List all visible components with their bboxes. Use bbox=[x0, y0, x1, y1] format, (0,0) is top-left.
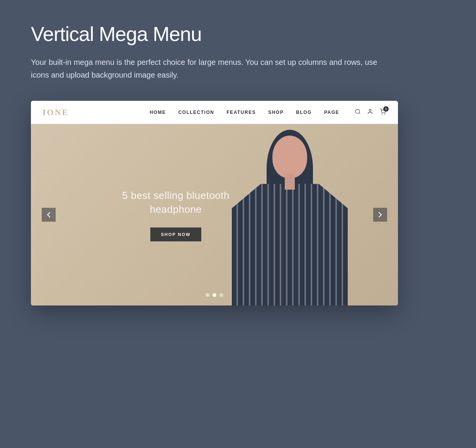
hero-neck bbox=[285, 174, 295, 190]
page-title: Vertical Mega Menu bbox=[31, 23, 445, 45]
nav-home[interactable]: HOME bbox=[150, 110, 166, 115]
svg-point-3 bbox=[382, 114, 382, 114]
nav-page[interactable]: PAGE bbox=[324, 110, 339, 115]
hero-slider: 5 best selling bluetooth headphone SHOP … bbox=[31, 124, 398, 305]
svg-line-1 bbox=[359, 113, 360, 114]
next-arrow[interactable] bbox=[373, 208, 387, 222]
browser-mockup: IONE HOME COLLECTION FEATURES SHOP BLOG … bbox=[31, 101, 398, 305]
cart-icon[interactable]: 0 bbox=[379, 109, 386, 116]
hero-title: 5 best selling bluetooth headphone bbox=[122, 188, 230, 217]
search-icon[interactable] bbox=[355, 109, 361, 116]
svg-point-2 bbox=[369, 109, 371, 111]
nav-icons: 0 bbox=[355, 109, 386, 116]
shop-now-button[interactable]: SHOP NOW bbox=[150, 227, 202, 241]
page-description: Your built-in mega menu is the perfect c… bbox=[31, 56, 379, 81]
nav-blog[interactable]: BLOG bbox=[296, 110, 312, 115]
prev-arrow[interactable] bbox=[42, 208, 56, 222]
hero-head bbox=[272, 136, 307, 178]
user-icon[interactable] bbox=[367, 109, 373, 116]
hero-content: 5 best selling bluetooth headphone SHOP … bbox=[122, 188, 230, 241]
hero-body bbox=[232, 184, 348, 305]
dot-1[interactable] bbox=[206, 293, 209, 297]
nav-features[interactable]: FEATURES bbox=[226, 110, 256, 115]
nav-shop[interactable]: SHOP bbox=[268, 110, 284, 115]
slider-dots bbox=[206, 293, 223, 297]
logo: IONE bbox=[42, 107, 69, 117]
svg-point-4 bbox=[385, 114, 385, 114]
dot-2[interactable] bbox=[212, 293, 216, 297]
nav-links: HOME COLLECTION FEATURES SHOP BLOG PAGE bbox=[150, 110, 339, 115]
nav-collection[interactable]: COLLECTION bbox=[178, 110, 214, 115]
cart-badge: 0 bbox=[383, 106, 389, 112]
svg-point-0 bbox=[355, 109, 360, 114]
dot-3[interactable] bbox=[219, 293, 223, 297]
navbar: IONE HOME COLLECTION FEATURES SHOP BLOG … bbox=[31, 101, 398, 124]
